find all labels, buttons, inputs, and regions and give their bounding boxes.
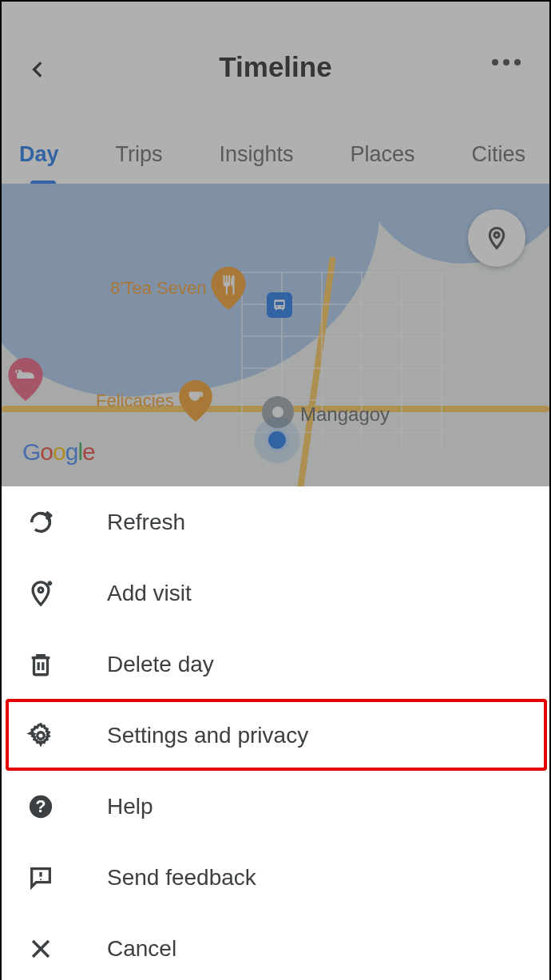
menu-item-refresh[interactable]: Refresh [2,486,549,557]
refresh-icon [27,509,54,536]
gear-icon [27,722,54,749]
screen: Timeline Day Trips Insights Places Citie… [0,0,551,980]
tab-insights[interactable]: Insights [216,137,296,172]
bus-stop-icon[interactable] [267,292,292,318]
dot-icon [514,59,521,65]
location-fab[interactable] [468,209,525,267]
location-ring-icon [262,396,294,428]
menu-label: Help [107,794,153,819]
help-icon: ? [27,793,54,820]
location-pin-icon [485,226,509,250]
menu-label: Send feedback [107,865,256,891]
svg-point-8 [38,732,45,739]
restaurant-pin-icon [211,267,246,310]
map-poi-tea-seven[interactable]: 8'Tea Seven [110,267,246,310]
tab-cities[interactable]: Cities [468,137,529,172]
more-options-button[interactable] [492,59,521,65]
header: Timeline [2,2,549,125]
poi-label: Felicacies [96,391,174,411]
poi-label: 8'Tea Seven [110,278,206,299]
page-title: Timeline [2,51,549,83]
svg-text:?: ? [36,797,46,816]
map-area[interactable]: 8'Tea Seven Felicacies [2,184,549,486]
menu-item-settings-privacy[interactable]: Settings and privacy [2,700,549,771]
map-poi-felicacies[interactable]: Felicacies [96,380,212,422]
close-icon [27,935,54,962]
map-area-label: Mangagoy [300,403,390,426]
menu-item-delete-day[interactable]: Delete day [2,629,549,700]
menu-label: Settings and privacy [107,723,308,748]
trash-icon [27,651,54,678]
cafe-pin-icon [179,380,212,422]
feedback-icon [27,864,54,891]
svg-rect-4 [34,657,48,674]
add-location-icon [27,580,54,607]
tab-trips[interactable]: Trips [112,137,165,172]
menu-label: Refresh [107,510,185,535]
svg-point-1 [38,587,43,592]
dot-icon [503,59,509,65]
map-provider-logo: Google [22,438,95,466]
svg-point-12 [40,879,42,880]
menu-label: Delete day [107,652,214,677]
bottom-sheet-menu: Refresh Add visit Delete day Settings an… [2,486,549,980]
tabs: Day Trips Insights Places Cities [2,125,549,184]
menu-item-send-feedback[interactable]: Send feedback [2,842,549,913]
hotel-pin-icon [8,358,43,401]
menu-item-help[interactable]: ? Help [2,771,549,842]
menu-label: Cancel [107,936,176,962]
tab-places[interactable]: Places [347,137,418,172]
dot-icon [492,59,498,65]
menu-label: Add visit [107,581,192,606]
menu-item-cancel[interactable]: Cancel [2,913,549,980]
tab-day[interactable]: Day [16,137,62,172]
menu-item-add-visit[interactable]: Add visit [2,557,549,629]
current-location-dot [265,428,289,452]
svg-point-0 [494,232,499,237]
map-poi-hotel[interactable] [8,358,43,401]
